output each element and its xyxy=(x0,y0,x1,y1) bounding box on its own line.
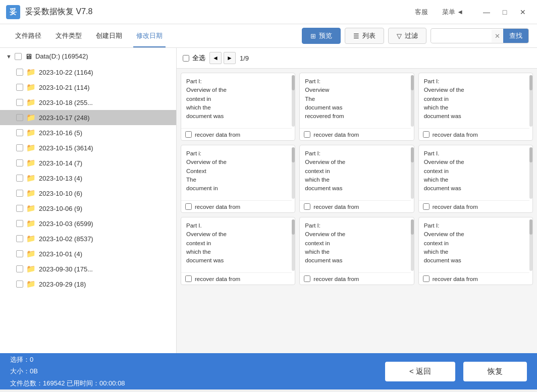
tree-item-12[interactable]: 📁 2023-10-01 (4) xyxy=(0,246,176,261)
tab-createdate[interactable]: 创建日期 xyxy=(89,27,129,44)
scrollbar-1[interactable] xyxy=(411,75,414,127)
menu-btn[interactable]: 菜单 ◄ xyxy=(439,6,467,19)
folder-icon-0: 📁 xyxy=(26,68,36,77)
item-checkbox-10[interactable] xyxy=(16,220,23,227)
tree-item-7[interactable]: 📁 2023-10-13 (4) xyxy=(0,171,176,186)
tree-item-1[interactable]: 📁 2023-10-21 (114) xyxy=(0,80,176,95)
item-footer-text-7: recover data from xyxy=(313,276,359,282)
item-label-2: 2023-10-18 (255... xyxy=(39,99,93,106)
preview-text-2: Part I: Overview of the context in which… xyxy=(419,73,529,129)
folder-icon-2: 📁 xyxy=(26,98,36,107)
tree-item-9[interactable]: 📁 2023-10-06 (9) xyxy=(0,201,176,216)
item-checkbox-grid-3[interactable] xyxy=(185,203,192,210)
scrollbar-6[interactable] xyxy=(292,219,295,271)
grid-item-3[interactable]: Part i: Overview of the ContextThe docum… xyxy=(181,145,295,213)
item-checkbox-3[interactable] xyxy=(16,114,23,121)
item-checkbox-grid-7[interactable] xyxy=(304,275,310,282)
item-checkbox-13[interactable] xyxy=(16,265,23,272)
item-checkbox-11[interactable] xyxy=(16,235,23,242)
scrollbar-2[interactable] xyxy=(529,75,532,127)
item-label-10: 2023-10-03 (6599) xyxy=(39,220,93,228)
search-clear-btn[interactable]: ✕ xyxy=(492,30,503,42)
scrollbar-3[interactable] xyxy=(292,147,295,199)
tree-item-4[interactable]: 📁 2023-10-16 (5) xyxy=(0,125,176,140)
scrollbar-0[interactable] xyxy=(292,75,295,127)
filter-btn[interactable]: ▽ 过滤 xyxy=(388,28,426,44)
item-label-5: 2023-10-15 (3614) xyxy=(39,144,93,152)
item-checkbox-14[interactable] xyxy=(16,281,23,288)
item-checkbox-9[interactable] xyxy=(16,205,23,212)
item-label-14: 2023-09-29 (18) xyxy=(39,281,86,288)
app-title: 妥妥数据恢复 V7.8 xyxy=(25,7,92,17)
item-checkbox-grid-8[interactable] xyxy=(423,275,429,282)
grid-item-2[interactable]: Part I: Overview of the context in which… xyxy=(418,73,533,141)
folder-icon-13: 📁 xyxy=(26,264,36,273)
item-checkbox-grid-2[interactable] xyxy=(423,131,429,138)
tree-item-0[interactable]: 📁 2023-10-22 (1164) xyxy=(0,65,176,80)
tree-root-checkbox[interactable] xyxy=(15,53,22,60)
scrollbar-4[interactable] xyxy=(411,147,414,199)
search-input[interactable] xyxy=(431,30,492,42)
tree-item-8[interactable]: 📁 2023-10-10 (6) xyxy=(0,186,176,201)
item-checkbox-5[interactable] xyxy=(16,144,23,151)
item-checkbox-12[interactable] xyxy=(16,250,23,257)
grid-item-0[interactable]: Part I: Overview of the context in which… xyxy=(181,73,295,141)
tree-item-13[interactable]: 📁 2023-09-30 (175... xyxy=(0,261,176,276)
preview-btn[interactable]: ⊞ 预览 xyxy=(302,28,341,44)
item-footer-text-5: recover data from xyxy=(433,204,478,210)
tree-item-6[interactable]: 📁 2023-10-14 (7) xyxy=(0,155,176,171)
tree-item-5[interactable]: 📁 2023-10-15 (3614) xyxy=(0,140,176,155)
item-checkbox-grid-4[interactable] xyxy=(304,203,310,210)
tree-item-11[interactable]: 📁 2023-10-02 (8537) xyxy=(0,231,176,246)
grid-item-8[interactable]: Part I: Overview of the context in which… xyxy=(418,217,533,285)
customer-service-btn[interactable]: 客服 xyxy=(412,6,431,19)
return-btn[interactable]: < 返回 xyxy=(385,362,455,381)
item-label-9: 2023-10-06 (9) xyxy=(39,205,82,212)
tree-item-2[interactable]: 📁 2023-10-18 (255... xyxy=(0,95,176,110)
item-checkbox-grid-0[interactable] xyxy=(185,131,192,138)
item-footer-text-0: recover data from xyxy=(195,132,240,138)
tab-filetype[interactable]: 文件类型 xyxy=(48,27,89,44)
grid-item-7[interactable]: Part I: Overview of the context in which… xyxy=(299,217,414,285)
item-checkbox-7[interactable] xyxy=(16,175,23,182)
tree-item-3[interactable]: 📁 2023-10-17 (248) xyxy=(0,110,176,125)
item-checkbox-0[interactable] xyxy=(16,69,23,76)
tree-item-14[interactable]: 📁 2023-09-29 (18) xyxy=(0,276,176,292)
item-checkbox-1[interactable] xyxy=(16,84,23,91)
item-checkbox-2[interactable] xyxy=(16,99,23,106)
item-checkbox-8[interactable] xyxy=(16,190,23,197)
grid-item-6[interactable]: Part I. Overview of the context in which… xyxy=(181,217,295,285)
preview-text-4: Part I: Overview of the context in which… xyxy=(300,145,410,201)
scrollbar-5[interactable] xyxy=(529,147,532,199)
page-info: 1/9 xyxy=(238,54,251,62)
list-btn[interactable]: ☰ 列表 xyxy=(345,28,384,44)
scrollbar-8[interactable] xyxy=(529,219,532,271)
item-checkbox-6[interactable] xyxy=(16,159,23,166)
title-right: 客服 菜单 ◄ — □ ✕ xyxy=(412,5,531,19)
grid-header: 全选 ◄ ► 1/9 xyxy=(177,48,537,69)
restore-btn[interactable]: 恢复 xyxy=(463,362,527,381)
folder-icon-9: 📁 xyxy=(26,204,36,213)
item-label-7: 2023-10-13 (4) xyxy=(39,175,82,182)
scrollbar-7[interactable] xyxy=(411,219,414,271)
maximize-btn[interactable]: □ xyxy=(497,5,513,19)
tab-filepath[interactable]: 文件路径 xyxy=(8,27,48,44)
item-checkbox-grid-5[interactable] xyxy=(423,203,429,210)
tree-root[interactable]: ▼ 🖥 Data(D:) (169542) xyxy=(0,48,176,65)
search-btn[interactable]: 查找 xyxy=(503,29,528,43)
grid-item-4[interactable]: Part I: Overview of the context in which… xyxy=(299,145,414,213)
close-btn[interactable]: ✕ xyxy=(515,5,531,19)
next-page-btn[interactable]: ► xyxy=(224,52,236,64)
item-checkbox-4[interactable] xyxy=(16,129,23,136)
grid-item-5[interactable]: Part I. Overview of the context in which… xyxy=(418,145,533,213)
grid-item-1[interactable]: Part I: OverviewThe document was recover… xyxy=(299,73,414,141)
select-all-label: 全选 xyxy=(192,53,205,63)
item-checkbox-grid-1[interactable] xyxy=(304,131,310,138)
minimize-btn[interactable]: — xyxy=(478,5,495,19)
status-bar: 选择：0 大小：0B 文件总数：169542 已用时间：00:00:08 < 返… xyxy=(0,353,537,389)
select-all-checkbox[interactable] xyxy=(183,55,189,62)
item-checkbox-grid-6[interactable] xyxy=(185,275,192,282)
tab-modifydate[interactable]: 修改日期 xyxy=(129,27,170,44)
prev-page-btn[interactable]: ◄ xyxy=(209,52,222,64)
tree-item-10[interactable]: 📁 2023-10-03 (6599) xyxy=(0,216,176,231)
